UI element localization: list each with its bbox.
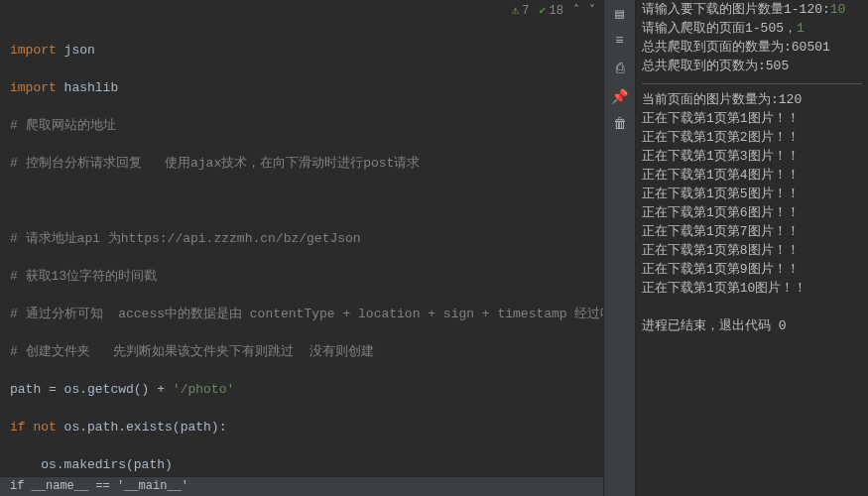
separator — [642, 83, 862, 84]
chevron-up-icon[interactable]: ˄ — [573, 3, 579, 18]
chevron-down-icon[interactable]: ˅ — [589, 3, 595, 18]
breadcrumb[interactable]: if __name__ == '__main__' — [0, 476, 603, 496]
warning-icon: ⚠ — [512, 3, 519, 18]
pin-icon[interactable]: 📌 — [611, 87, 629, 105]
print-icon[interactable]: ⎙ — [611, 60, 629, 77]
check-count: 18 — [550, 4, 563, 18]
layers-icon[interactable]: ▤ — [611, 4, 629, 22]
inspections-widget[interactable]: ⚠7 ✔18 ˄ ˅ — [512, 3, 595, 18]
check-icon: ✔ — [539, 3, 546, 18]
side-toolbar: ▤ ≡ ⎙ 📌 🗑 — [603, 0, 635, 496]
stack-icon[interactable]: ≡ — [611, 32, 629, 50]
trash-icon[interactable]: 🗑 — [611, 115, 629, 133]
run-console[interactable]: 请输入要下载的图片数量1-120:10 请输入爬取的页面1-505，1 总共爬取… — [635, 0, 868, 496]
warning-count: 7 — [522, 4, 529, 18]
code-editor[interactable]: import json import hashlib # 爬取网站的地址 # 控… — [0, 22, 603, 476]
